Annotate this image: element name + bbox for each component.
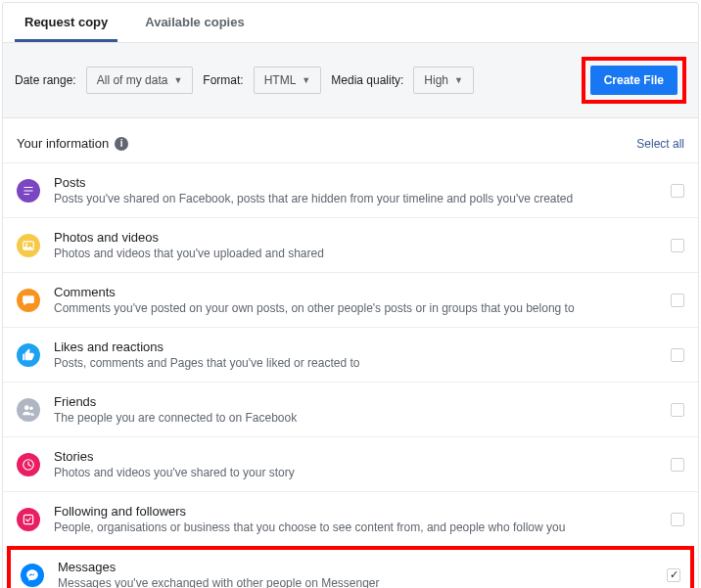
row-checkbox[interactable]: [667, 568, 680, 582]
caret-icon: ▼: [302, 75, 310, 85]
row-text: Following and followersPeople, organisat…: [54, 504, 671, 534]
download-info-panel: Request copy Available copies Date range…: [2, 2, 699, 588]
list-item[interactable]: Likes and reactionsPosts, comments and P…: [3, 327, 698, 382]
stories-icon: [17, 453, 40, 476]
row-desc: Posts you've shared on Facebook, posts t…: [54, 192, 671, 205]
row-title: Friends: [54, 394, 671, 409]
row-desc: The people you are connected to on Faceb…: [54, 411, 671, 425]
info-list: PostsPosts you've shared on Facebook, po…: [3, 162, 698, 588]
row-desc: Posts, comments and Pages that you've li…: [54, 356, 671, 370]
format-value: HTML: [264, 73, 297, 87]
row-text: Likes and reactionsPosts, comments and P…: [54, 339, 671, 370]
row-checkbox[interactable]: [671, 458, 684, 472]
comments-icon: [17, 289, 40, 312]
tab-available-copies[interactable]: Available copies: [135, 3, 254, 42]
list-item[interactable]: FriendsThe people you are connected to o…: [3, 382, 698, 436]
svg-point-6: [29, 406, 33, 410]
format-select[interactable]: HTML ▼: [254, 67, 322, 94]
row-checkbox[interactable]: [671, 184, 684, 198]
date-range-label: Date range:: [15, 73, 76, 87]
create-file-highlight: Create File: [582, 57, 686, 104]
filter-bar: Date range: All of my data ▼ Format: HTM…: [3, 43, 698, 118]
list-item[interactable]: StoriesPhotos and videos you've shared t…: [3, 436, 698, 491]
section-header: Your information i Select all: [3, 118, 698, 162]
row-text: FriendsThe people you are connected to o…: [54, 394, 671, 425]
row-text: Photos and videosPhotos and videos that …: [54, 230, 671, 260]
posts-icon: [17, 179, 40, 203]
date-range-value: All of my data: [97, 73, 168, 87]
media-quality-label: Media quality:: [331, 73, 403, 87]
row-text: StoriesPhotos and videos you've shared t…: [54, 449, 671, 479]
photos-icon: [17, 234, 40, 257]
row-desc: Comments you've posted on your own posts…: [54, 301, 671, 315]
likes-icon: [17, 343, 40, 367]
row-title: Following and followers: [54, 504, 671, 519]
row-title: Likes and reactions: [54, 339, 671, 354]
row-desc: Photos and videos that you've uploaded a…: [54, 247, 671, 260]
row-title: Posts: [54, 175, 671, 190]
row-desc: People, organisations or business that y…: [54, 520, 671, 534]
row-desc: Photos and videos you've shared to your …: [54, 466, 671, 479]
row-checkbox[interactable]: [671, 239, 684, 252]
row-checkbox[interactable]: [671, 513, 684, 526]
caret-icon: ▼: [454, 75, 463, 85]
media-quality-value: High: [424, 73, 448, 87]
following-icon: [17, 508, 40, 531]
list-item[interactable]: PostsPosts you've shared on Facebook, po…: [3, 162, 698, 217]
date-range-select[interactable]: All of my data ▼: [86, 67, 194, 94]
section-title: Your information: [17, 136, 109, 151]
media-quality-select[interactable]: High ▼: [413, 67, 474, 94]
list-item[interactable]: Photos and videosPhotos and videos that …: [3, 217, 698, 272]
row-checkbox[interactable]: [671, 403, 684, 417]
svg-point-4: [25, 243, 27, 245]
row-text: CommentsComments you've posted on your o…: [54, 285, 671, 315]
svg-rect-0: [23, 186, 32, 187]
row-title: Messages: [58, 560, 667, 574]
tab-request-copy[interactable]: Request copy: [15, 3, 117, 42]
row-checkbox[interactable]: [671, 348, 684, 362]
svg-point-5: [24, 405, 29, 410]
select-all-link[interactable]: Select all: [636, 137, 684, 151]
caret-icon: ▼: [173, 75, 182, 85]
row-checkbox[interactable]: [671, 294, 684, 307]
tab-bar: Request copy Available copies: [3, 3, 698, 43]
list-item[interactable]: Following and followersPeople, organisat…: [3, 491, 698, 546]
create-file-button[interactable]: Create File: [590, 66, 678, 95]
row-title: Photos and videos: [54, 230, 671, 245]
svg-rect-1: [23, 190, 32, 191]
row-text: PostsPosts you've shared on Facebook, po…: [54, 175, 671, 205]
row-title: Comments: [54, 285, 671, 299]
list-item[interactable]: CommentsComments you've posted on your o…: [3, 272, 698, 327]
format-label: Format:: [203, 73, 243, 87]
messages-icon: [21, 564, 44, 587]
list-item[interactable]: MessagesMessages you've exchanged with o…: [7, 546, 694, 588]
row-title: Stories: [54, 449, 671, 464]
friends-icon: [17, 398, 40, 422]
row-desc: Messages you've exchanged with other peo…: [58, 576, 667, 588]
svg-rect-2: [23, 193, 29, 194]
row-text: MessagesMessages you've exchanged with o…: [58, 560, 667, 588]
info-icon[interactable]: i: [115, 137, 128, 151]
svg-rect-8: [23, 515, 32, 523]
